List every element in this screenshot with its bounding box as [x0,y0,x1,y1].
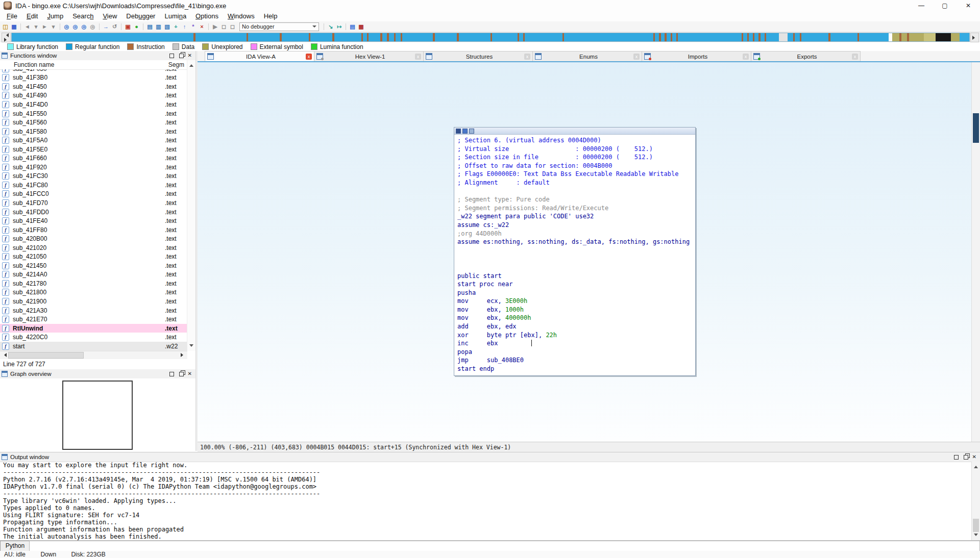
close-panel-icon[interactable]: ✕ [972,454,976,460]
disasm-line[interactable] [457,187,695,196]
disasm-line[interactable]: inc ebx [457,339,695,348]
back-icon[interactable]: ◄ [23,22,32,31]
tab-exports[interactable]: Exportsx [751,51,861,61]
scroll-down-icon[interactable] [189,344,193,349]
function-row[interactable]: fsub_421E70.text [0,315,187,324]
function-row[interactable]: fsub_41FE40.text [0,216,187,225]
function-row[interactable]: fsub_41F3B0.text [0,73,187,83]
disasm-line[interactable]: ; Offset to raw data for section: 0004B0… [457,162,695,170]
tab-close-icon[interactable]: x [852,54,858,60]
start-process-icon[interactable]: ▶ [211,22,219,31]
search-again-icon[interactable]: ◎ [88,22,97,31]
python-command-input[interactable] [29,541,980,552]
forward-icon[interactable]: ► [40,22,49,31]
save-icon[interactable]: ▦ [10,22,18,31]
function-row[interactable]: fsub_421900.text [0,297,187,306]
tab-close-icon[interactable]: x [415,54,421,60]
disasm-line[interactable]: add ebx, edx [457,322,695,331]
disasm-line[interactable]: ; Section size in file : 00000200 ( 512.… [457,153,695,162]
float-panel-icon[interactable] [964,455,968,460]
analysis-ok-icon[interactable]: ● [132,22,141,31]
view-vertical-scrollbar[interactable] [971,62,980,442]
tab-enums[interactable]: Enumsx [532,51,642,61]
tab-close-icon[interactable]: x [524,54,530,60]
function-row[interactable]: fsub_4220C0.text [0,333,187,342]
function-row[interactable]: fsub_41F4D0.text [0,100,187,109]
functions-column-header[interactable]: Function name Segm [0,60,195,70]
load-type-icon[interactable]: ↑ [180,22,189,31]
disasm-line[interactable]: ; Section 6. (virtual address 0004D000) [457,136,695,145]
disasm-line[interactable]: xor byte ptr [ebx], 22h [457,331,695,340]
search-binoculars-icon[interactable]: ◎ [62,22,71,31]
function-row[interactable]: fsub_41F030.text [0,69,187,73]
function-row[interactable]: fsub_41F920.text [0,163,187,172]
navigator-band[interactable] [11,33,970,42]
scroll-down-icon[interactable] [974,534,978,538]
graph-overview-viewport[interactable] [62,381,133,450]
menu-edit[interactable]: Edit [22,11,42,21]
menu-search[interactable]: Search [68,11,98,21]
menu-help[interactable]: Help [259,11,282,21]
function-row[interactable]: fsub_41F5A0.text [0,136,187,145]
navigator-left-arrows[interactable] [2,33,11,42]
disasm-line[interactable] [457,246,695,255]
function-row[interactable]: fsub_41F580.text [0,127,187,136]
disasm-line[interactable]: start endp [457,365,695,373]
jump-address-icon[interactable]: → [102,22,110,31]
function-row[interactable]: fsub_421A30.text [0,306,187,315]
debugger-select[interactable]: No debugger [239,22,319,31]
disassembly-window-titlebar[interactable] [454,128,695,135]
scrollbar-thumb[interactable] [973,113,979,143]
xrefs-icon[interactable]: ▧ [163,22,172,31]
disasm-line[interactable]: ; Flags E00000E0: Text Data Bss Executab… [457,170,695,179]
window-grid-icon[interactable] [469,129,474,134]
pause-process-icon[interactable]: ◻ [219,22,228,31]
function-row[interactable]: fsub_421020.text [0,243,187,252]
menu-windows[interactable]: Windows [223,11,259,21]
function-row[interactable]: fsub_41F660.text [0,154,187,163]
function-row[interactable]: fsub_4214A0.text [0,270,187,280]
tab-close-icon[interactable]: x [306,54,312,60]
flowchart-icon[interactable]: ▤ [145,22,154,31]
disassembly-text[interactable]: ; Section 6. (virtual address 0004D000);… [454,135,695,375]
function-row[interactable]: fsub_41FC30.text [0,172,187,181]
menu-jump[interactable]: Jump [42,11,68,21]
tab-imports[interactable]: Importsx [642,51,751,61]
step-over-icon[interactable]: ↦ [335,22,344,31]
function-row[interactable]: fsub_41F450.text [0,82,187,91]
function-row[interactable]: fRtlUnwind.text [0,324,187,333]
navigator-right-arrow[interactable] [970,33,979,42]
minimize-icon[interactable]: — [910,0,933,11]
lumina-server-icon[interactable]: ▦ [357,22,365,31]
scroll-right-icon[interactable] [181,353,185,357]
disasm-line[interactable]: assume cs:_w22 [457,221,695,230]
step-into-icon[interactable]: ↘ [326,22,335,31]
scrollbar-thumb[interactable] [8,352,84,359]
disasm-line[interactable] [457,255,695,263]
undo-icon[interactable]: ↺ [110,22,119,31]
disasm-line[interactable]: mov ebx, 400000h [457,314,695,322]
exit-process-icon[interactable]: ◻ [228,22,237,31]
disasm-line[interactable]: popa [457,348,695,357]
disasm-line[interactable]: jmp sub_408BE0 [457,356,695,365]
function-row[interactable]: fsub_41F550.text [0,109,187,118]
output-log[interactable]: You may start to explore the input file … [0,462,972,540]
window-view-icon[interactable] [462,129,468,134]
maximize-panel-icon[interactable] [169,54,174,58]
disasm-line[interactable]: start proc near [457,280,695,289]
function-row[interactable]: fsub_41FDD0.text [0,208,187,217]
tab-structures[interactable]: Structuresx [423,51,533,61]
search-up-icon[interactable]: ◎ [80,22,88,31]
window-menu-icon[interactable] [456,129,461,134]
function-row[interactable]: fsub_41F5E0.text [0,145,187,154]
function-row[interactable]: fsub_421800.text [0,288,187,297]
disasm-line[interactable] [457,263,695,272]
disasm-line[interactable]: pusha [457,289,695,297]
close-icon[interactable]: ✕ [957,0,980,11]
scroll-left-icon[interactable] [2,353,7,357]
close-panel-icon[interactable]: ✕ [188,53,192,58]
disasm-line[interactable]: ; Segment permissions: Read/Write/Execut… [457,204,695,213]
functions-vertical-scrollbar[interactable] [187,60,195,351]
call-graph-icon[interactable]: ▥ [154,22,163,31]
maximize-icon[interactable]: ▢ [933,0,957,11]
